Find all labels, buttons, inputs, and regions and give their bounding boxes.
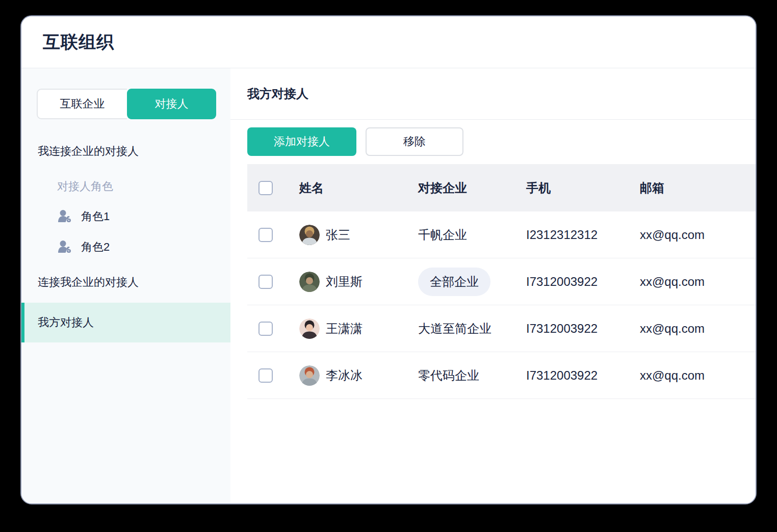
sidebar: 互联企业 对接人 我连接企业的对接人 对接人角色 角色1 <box>21 68 230 503</box>
column-header-company: 对接企业 <box>408 180 516 196</box>
table-body: 张三 千帆企业 I2312312312 xx@qq.com 刘里斯 全部企业 I… <box>247 211 756 399</box>
active-item-label: 我方对接人 <box>38 315 94 330</box>
email-address: xx@qq.com <box>630 322 756 336</box>
role-label: 角色2 <box>81 240 110 255</box>
email-address: xx@qq.com <box>630 368 756 383</box>
company-name: 千帆企业 <box>418 227 467 243</box>
card-header: 互联组织 <box>21 16 756 68</box>
sidebar-item-role-1[interactable]: 角色1 <box>21 208 230 225</box>
sidebar-item-our-contacts-active[interactable]: 我方对接人 <box>21 303 230 342</box>
contact-name: 张三 <box>326 227 350 243</box>
sidebar-item-role-2[interactable]: 角色2 <box>21 239 230 255</box>
section-title: 我方对接人 <box>230 68 756 120</box>
sidebar-item-contact-roles[interactable]: 对接人角色 <box>21 178 230 195</box>
remove-button[interactable]: 移除 <box>366 127 463 156</box>
tab-connected-enterprises[interactable]: 互联企业 <box>37 89 127 119</box>
phone-number: I7312003922 <box>516 275 630 289</box>
avatar <box>299 225 320 245</box>
tab-contacts[interactable]: 对接人 <box>127 89 216 119</box>
column-header-email: 邮箱 <box>630 180 756 196</box>
column-header-name: 姓名 <box>288 180 408 196</box>
sidebar-item-my-connected-contacts[interactable]: 我连接企业的对接人 <box>21 143 230 159</box>
email-address: xx@qq.com <box>630 228 756 242</box>
table-header-row: 姓名 对接企业 手机 邮箱 <box>247 164 756 211</box>
phone-number: I7312003922 <box>516 368 630 383</box>
contacts-table: 姓名 对接企业 手机 邮箱 张三 千帆企业 I2312312312 xx@qq.… <box>247 164 756 399</box>
avatar <box>299 272 320 292</box>
sidebar-tab-group: 互联企业 对接人 <box>37 89 216 119</box>
role-person-link-icon <box>57 209 73 224</box>
contact-name: 王潇潇 <box>326 321 362 337</box>
window-card: 互联组织 互联企业 对接人 我连接企业的对接人 对接人角色 角色1 <box>20 15 757 504</box>
row-checkbox[interactable] <box>258 275 273 289</box>
phone-number: I2312312312 <box>516 228 630 242</box>
avatar <box>299 318 320 339</box>
phone-number: I7312003922 <box>516 322 630 336</box>
role-label: 角色1 <box>81 209 110 224</box>
main-panel: 我方对接人 添加对接人 移除 姓名 对接企业 手机 邮箱 <box>230 68 756 503</box>
table-row: 李冰冰 零代码企业 I7312003922 xx@qq.com <box>247 352 756 399</box>
toolbar: 添加对接人 移除 <box>247 127 756 156</box>
contact-name: 李冰冰 <box>326 367 362 384</box>
company-name: 全部企业 <box>418 268 490 296</box>
table-row: 王潇潇 大道至简企业 I7312003922 xx@qq.com <box>247 305 756 352</box>
page-title: 互联组织 <box>43 31 114 54</box>
column-header-phone: 手机 <box>516 180 630 196</box>
company-name: 大道至简企业 <box>418 321 491 337</box>
table-row: 张三 千帆企业 I2312312312 xx@qq.com <box>247 211 756 258</box>
contact-name: 刘里斯 <box>326 274 362 290</box>
select-all-checkbox[interactable] <box>258 181 273 195</box>
avatar <box>299 365 320 386</box>
row-checkbox[interactable] <box>258 368 273 383</box>
company-name: 零代码企业 <box>418 367 479 384</box>
email-address: xx@qq.com <box>630 275 756 289</box>
add-contact-button[interactable]: 添加对接人 <box>247 127 356 156</box>
sidebar-item-connect-my-enterprise-contacts[interactable]: 连接我企业的对接人 <box>21 274 230 290</box>
role-person-link-icon <box>57 240 73 254</box>
row-checkbox[interactable] <box>258 228 273 242</box>
table-row: 刘里斯 全部企业 I7312003922 xx@qq.com <box>247 258 756 305</box>
row-checkbox[interactable] <box>258 322 273 336</box>
